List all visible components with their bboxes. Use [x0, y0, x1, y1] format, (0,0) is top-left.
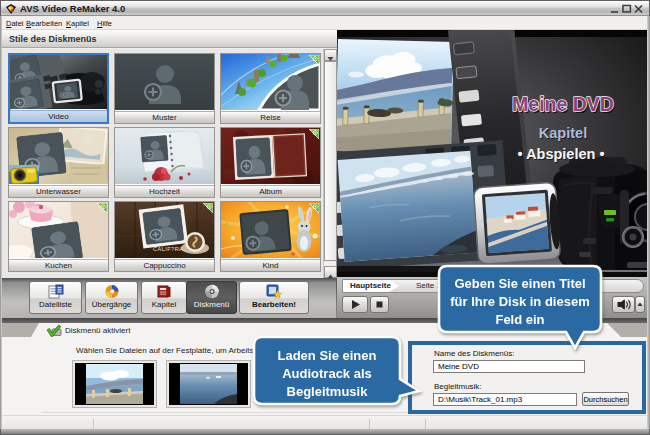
svg-text:Kapitel: Kapitel — [539, 125, 587, 141]
svg-text:Feld ein: Feld ein — [495, 312, 544, 327]
svg-text:Begleitmusik: Begleitmusik — [287, 384, 369, 399]
svg-text:für Ihre Disk in diesem: für Ihre Disk in diesem — [450, 294, 589, 309]
svg-text:Meine DVD: Meine DVD — [512, 93, 614, 115]
svg-text:CALIF?RA: CALIF?RA — [153, 246, 183, 252]
svg-text:Geben Sie einen Titel: Geben Sie einen Titel — [454, 276, 585, 291]
svg-text:• Abspielen •: • Abspielen • — [518, 146, 605, 162]
svg-text:Audiotrack als: Audiotrack als — [282, 366, 372, 381]
svg-text:Laden Sie einen: Laden Sie einen — [278, 348, 377, 363]
